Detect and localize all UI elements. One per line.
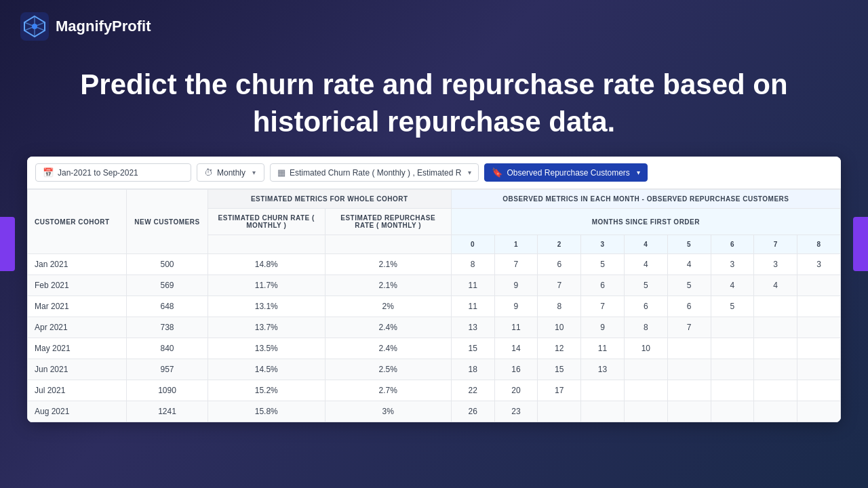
table-cell: 13.7%	[208, 317, 325, 338]
table-cell: Mar 2021	[28, 296, 127, 317]
header-month-5: 5	[667, 235, 711, 254]
header-new-customers: New Customers	[127, 190, 208, 254]
table-cell: 15	[451, 338, 494, 359]
table-cell	[754, 296, 797, 317]
header-month-2: 2	[538, 235, 581, 254]
chevron-down-icon-metrics: ▾	[468, 169, 471, 176]
header-customer-cohort: Customer Cohort	[28, 190, 127, 254]
table-cell: 6	[624, 296, 667, 317]
bookmark-icon: 🔖	[492, 167, 502, 178]
brand-name: MagnifyProfit	[56, 18, 151, 35]
table-cell	[624, 359, 667, 380]
table-cell: 500	[127, 254, 208, 275]
table-cell: 2%	[325, 296, 451, 317]
hero-title: Predict the churn rate and repurchase ra…	[54, 66, 814, 140]
date-range-filter[interactable]: 📅 Jan-2021 to Sep-2021	[35, 163, 191, 182]
right-accent-bar	[853, 217, 868, 271]
table-cell	[538, 401, 581, 422]
table-cell	[711, 380, 754, 401]
table-row: May 202184013.5%2.4%1514121110	[28, 338, 841, 359]
table-cell: May 2021	[28, 338, 127, 359]
header-repurchase-rate: Estimated Repurchase Rate ( Monthly )	[325, 209, 451, 235]
table-cell: 2.4%	[325, 338, 451, 359]
logo-icon	[20, 12, 49, 41]
table-cell	[797, 380, 841, 401]
header-churn-rate: Estimated Churn Rate ( Monthly )	[208, 209, 325, 235]
table-cell: 7	[494, 254, 538, 275]
frequency-filter[interactable]: ⏱ Monthly ▾	[197, 163, 264, 182]
display-filter[interactable]: 🔖 Observed Repurchase Customers ▾	[484, 163, 647, 182]
svg-point-1	[32, 24, 37, 29]
table-cell: 13.1%	[208, 296, 325, 317]
table-cell: 13.5%	[208, 338, 325, 359]
table-cell: 17	[538, 380, 581, 401]
table-cell: 4	[667, 254, 711, 275]
filter-bar: 📅 Jan-2021 to Sep-2021 ⏱ Monthly ▾ ▦ Est…	[27, 157, 841, 189]
table-cell: 13	[451, 317, 494, 338]
table-cell: 14.5%	[208, 359, 325, 380]
table-cell	[797, 296, 841, 317]
table-cell: 7	[667, 317, 711, 338]
table-cell	[711, 317, 754, 338]
display-value: Observed Repurchase Customers	[507, 168, 629, 178]
left-accent-bar	[0, 217, 15, 271]
metrics-filter[interactable]: ▦ Estimated Churn Rate ( Monthly ) , Est…	[270, 163, 479, 182]
header-month-8: 8	[797, 235, 841, 254]
table-cell	[754, 317, 797, 338]
table-cell: 26	[451, 401, 494, 422]
table-cell: 3	[711, 254, 754, 275]
table-cell: 840	[127, 338, 208, 359]
table-cell	[667, 380, 711, 401]
header-month-6: 6	[711, 235, 754, 254]
table-cell	[797, 401, 841, 422]
table-cell	[667, 359, 711, 380]
table-cell: 18	[451, 359, 494, 380]
table-row: Feb 202156911.7%2.1%119765544	[28, 275, 841, 296]
table-cell: 5	[667, 275, 711, 296]
table-cell: 2.7%	[325, 380, 451, 401]
table-cell: 16	[494, 359, 538, 380]
table-cell: 8	[624, 317, 667, 338]
table-cell	[754, 401, 797, 422]
table-cell: 6	[581, 275, 625, 296]
table-cell	[754, 359, 797, 380]
grid-icon: ▦	[277, 167, 285, 178]
table-cell: Jul 2021	[28, 380, 127, 401]
date-range-value: Jan-2021 to Sep-2021	[58, 168, 138, 178]
table-cell: Aug 2021	[28, 401, 127, 422]
table-cell: 12	[538, 338, 581, 359]
table-cell: 3	[797, 254, 841, 275]
table-cell	[581, 401, 625, 422]
clock-icon: ⏱	[204, 167, 213, 178]
header-estimated-group: Estimated Metrics for Whole Cohort	[208, 190, 451, 209]
table-cell: 2.1%	[325, 254, 451, 275]
table-cell: 957	[127, 359, 208, 380]
table-cell: 1090	[127, 380, 208, 401]
chevron-down-icon: ▾	[252, 169, 256, 176]
header-month-0: 0	[451, 235, 494, 254]
header-repurchase-placeholder	[325, 235, 451, 254]
table-cell: 569	[127, 275, 208, 296]
table-cell: 2.1%	[325, 275, 451, 296]
table-cell: 6	[538, 254, 581, 275]
table-cell: 5	[711, 296, 754, 317]
table-cell	[754, 380, 797, 401]
table-cell: 23	[494, 401, 538, 422]
table-cell: 5	[581, 254, 625, 275]
table-cell: 1241	[127, 401, 208, 422]
calendar-icon: 📅	[43, 167, 54, 178]
hero-section: Predict the churn rate and repurchase ra…	[0, 53, 868, 157]
table-cell: 14.8%	[208, 254, 325, 275]
table-row: Mar 202164813.1%2%11987665	[28, 296, 841, 317]
table-cell: 13	[581, 359, 625, 380]
table-cell: 11	[451, 275, 494, 296]
table-cell: 7	[538, 275, 581, 296]
table-cell: Apr 2021	[28, 317, 127, 338]
table-cell: Jun 2021	[28, 359, 127, 380]
cohort-table: Customer Cohort New Customers Estimated …	[27, 189, 841, 422]
table-cell: 648	[127, 296, 208, 317]
table-cell: 10	[624, 338, 667, 359]
table-cell	[667, 401, 711, 422]
table-cell: 3	[754, 254, 797, 275]
table-cell: 738	[127, 317, 208, 338]
